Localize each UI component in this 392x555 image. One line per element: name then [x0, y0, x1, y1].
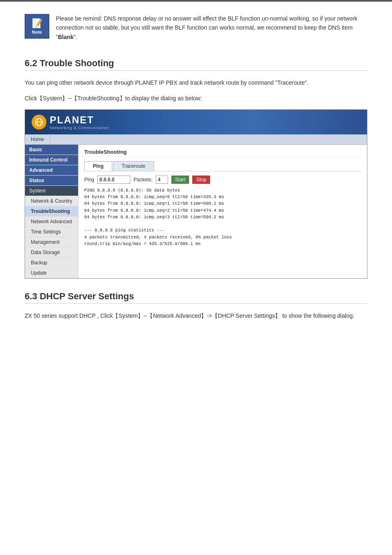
main-layout: Basic Inbound Control Advanced Status Sy…: [25, 145, 367, 278]
planet-logo-svg: [35, 118, 44, 127]
section-62-para1: You can ping other network device throug…: [25, 78, 367, 88]
section-63-para1: ZX 50 series support DHCP , Click【System…: [25, 311, 367, 321]
ping-host-input[interactable]: [97, 176, 130, 184]
content-area: TroubleShooting Ping Traceroute Ping Pac…: [78, 145, 367, 278]
sidebar-item-data-storage[interactable]: Data Storage: [25, 247, 78, 258]
tab-traceroute[interactable]: Traceroute: [113, 161, 154, 171]
note-symbol: 📝: [32, 18, 43, 29]
note-label: Note: [32, 30, 42, 35]
ping-label: Ping: [84, 177, 94, 183]
sidebar-item-status[interactable]: Status: [25, 176, 78, 186]
screenshot-container: PLANET Networking & Communication Home B…: [25, 109, 367, 279]
sidebar-item-system[interactable]: System: [25, 186, 78, 196]
note-text-after: ".: [74, 34, 77, 40]
sidebar: Basic Inbound Control Advanced Status Sy…: [25, 145, 78, 278]
sidebar-item-network-country[interactable]: Network & Country: [25, 196, 78, 206]
note-box: 📝 Note Please be remind: DNS response de…: [25, 14, 367, 42]
header-bg-pattern: [162, 110, 367, 134]
section-62-para2: Click【System】--【TroubleShooting】to displ…: [25, 94, 367, 104]
sidebar-item-time-settings[interactable]: Time Settings: [25, 227, 78, 237]
start-button[interactable]: Start: [171, 176, 189, 184]
section-63-title: 6.3 DHCP Server Settings: [25, 291, 367, 304]
packets-label: Packets:: [134, 177, 152, 183]
note-text: Please be remind: DNS response delay or …: [56, 14, 367, 42]
note-text-before: Please be remind: DNS response delay or …: [56, 15, 357, 40]
nav-bar: Home: [25, 134, 367, 145]
tab-ping[interactable]: Ping: [84, 161, 112, 171]
sidebar-item-advanced[interactable]: Advanced: [25, 165, 78, 176]
planet-header: PLANET Networking & Communication: [25, 110, 367, 134]
sidebar-item-inbound-control[interactable]: Inbound Control: [25, 155, 78, 165]
note-bold-word: Blank: [58, 34, 74, 40]
section-62-title: 6.2 Trouble Shooting: [25, 58, 367, 71]
sidebar-item-update[interactable]: Update: [25, 268, 78, 278]
planet-logo-area: PLANET Networking & Communication: [32, 114, 109, 130]
sidebar-item-basic[interactable]: Basic: [25, 145, 78, 155]
tab-bar: Ping Traceroute: [84, 161, 361, 171]
planet-logo-text: PLANET: [50, 114, 109, 126]
ping-form: Ping Packets: Start Stop: [84, 176, 361, 184]
content-title: TroubleShooting: [84, 149, 361, 157]
sidebar-item-management[interactable]: Management: [25, 237, 78, 247]
stop-button[interactable]: Stop: [192, 176, 210, 184]
packets-input[interactable]: [156, 176, 168, 184]
sidebar-item-troubleshooting[interactable]: TroubleShooting: [25, 206, 78, 217]
planet-logo-circle: [32, 115, 46, 130]
planet-subtitle: Networking & Communication: [50, 126, 109, 130]
planet-logo-stack: PLANET Networking & Communication: [50, 114, 109, 130]
sidebar-item-backup[interactable]: Backup: [25, 258, 78, 268]
ping-output: PING 8.8.8.8 (8.8.8.8): 56 data bytes 64…: [84, 187, 361, 247]
note-icon: 📝 Note: [25, 14, 49, 39]
sidebar-item-network-advanced[interactable]: Network Advanced: [25, 217, 78, 227]
nav-item-home[interactable]: Home: [25, 134, 50, 144]
